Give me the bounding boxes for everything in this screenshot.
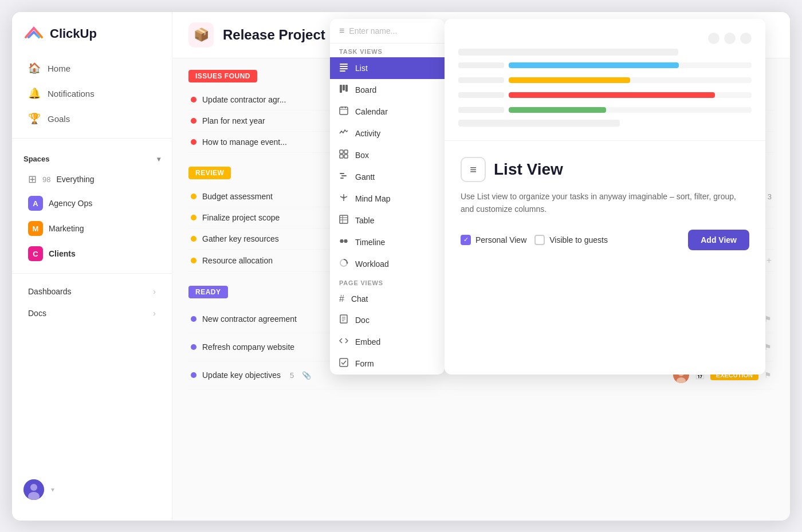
attach-icon: 📎 [302, 371, 311, 380]
preview-bar-row [458, 107, 752, 113]
box-icon [339, 149, 348, 161]
sidebar-item-marketing[interactable]: M Marketing [17, 216, 167, 241]
preview-bar-fill [509, 107, 606, 113]
preview-dots [458, 33, 752, 44]
bell-icon: 🔔 [28, 87, 41, 100]
preview-lines [458, 49, 752, 127]
timeline-icon [339, 237, 348, 248]
svg-rect-14 [340, 68, 348, 69]
task-label: Gather key resources [202, 234, 279, 243]
activity-label: Activity [355, 129, 380, 138]
embed-label: Embed [355, 337, 380, 346]
sidebar-item-agency-ops[interactable]: A Agency Ops [17, 191, 167, 215]
svg-rect-25 [340, 155, 343, 158]
view-timeline[interactable]: Timeline [330, 231, 445, 253]
review-badge: REVIEW [188, 167, 231, 179]
task-label: Update key objectives [202, 371, 281, 380]
mindmap-icon [339, 193, 348, 204]
page-views-label: PAGE VIEWS [330, 275, 445, 289]
sidebar-item-notifications-label: Notifications [48, 89, 95, 98]
svg-rect-29 [340, 178, 344, 179]
task-label: Update contractor agr... [202, 95, 286, 104]
view-form[interactable]: Form [330, 353, 445, 375]
project-title: Release Project [223, 27, 325, 43]
activity-icon [339, 128, 348, 139]
app-container: ClickUp 🏠 Home 🔔 Notifications 🏆 Goals S… [11, 11, 791, 521]
search-input[interactable] [349, 26, 445, 36]
chevron-right-icon: › [153, 287, 156, 296]
task-right: 3 [768, 192, 772, 201]
checkbox-checked-icon: ✓ [461, 235, 471, 245]
marketing-badge: M [28, 221, 43, 236]
preview-bar-fill [509, 62, 679, 68]
svg-line-33 [340, 196, 343, 198]
view-mindmap[interactable]: Mind Map [330, 188, 445, 210]
list-icon: ≡ [339, 26, 344, 36]
task-dot-purple [191, 372, 196, 378]
view-list[interactable]: List [330, 57, 445, 79]
preview-bar-row [458, 62, 752, 68]
svg-rect-27 [340, 173, 344, 174]
view-chat[interactable]: # Chat [330, 289, 445, 309]
clients-label: Clients [49, 249, 76, 258]
sidebar-item-home[interactable]: 🏠 Home [17, 56, 167, 80]
task-right: + [766, 255, 772, 266]
list-view-icon [339, 62, 348, 74]
preview-bar-label [458, 107, 504, 113]
view-activity[interactable]: Activity [330, 123, 445, 144]
sidebar-item-goals[interactable]: 🏆 Goals [17, 107, 167, 131]
preview-area [445, 19, 765, 141]
agency-ops-badge: A [28, 196, 43, 211]
calendar-icon [339, 106, 348, 117]
list-view-title-icon: ≡ [461, 157, 486, 182]
view-table[interactable]: Table [330, 210, 445, 231]
sidebar-item-clients[interactable]: C Clients [17, 242, 167, 266]
add-icon[interactable]: + [766, 255, 772, 266]
sidebar-item-dashboards[interactable]: Dashboards › [17, 281, 167, 302]
svg-rect-18 [345, 85, 348, 92]
visible-guests-toggle[interactable]: Visible to guests [534, 235, 608, 245]
svg-rect-12 [340, 64, 348, 65]
info-footer: ✓ Personal View Visible to guests Add Vi… [461, 230, 749, 250]
agency-ops-label: Agency Ops [49, 199, 92, 208]
view-calendar[interactable]: Calendar [330, 101, 445, 123]
view-box[interactable]: Box [330, 144, 445, 166]
view-doc[interactable]: Doc [330, 309, 445, 331]
view-gantt[interactable]: Gantt [330, 166, 445, 188]
table-label: Table [355, 216, 374, 225]
info-title-row: ≡ List View [461, 157, 749, 182]
preview-line [458, 120, 620, 127]
docs-label: Docs [28, 309, 46, 318]
sidebar-item-docs[interactable]: Docs › [17, 303, 167, 324]
home-icon: 🏠 [28, 62, 41, 74]
form-label: Form [355, 359, 374, 368]
task-dot-yellow [191, 194, 196, 199]
view-board[interactable]: Board [330, 79, 445, 101]
preview-line [458, 49, 678, 56]
timeline-label: Timeline [355, 238, 385, 247]
everything-count: 98 [42, 175, 50, 184]
svg-rect-15 [340, 70, 345, 72]
user-avatar[interactable] [23, 479, 44, 500]
view-workload[interactable]: Workload [330, 253, 445, 275]
svg-rect-19 [340, 107, 348, 115]
task-dot-red [191, 118, 196, 124]
add-view-button[interactable]: Add View [688, 230, 749, 250]
list-label: List [355, 64, 368, 73]
info-description: Use List view to organize your tasks in … [461, 190, 749, 216]
preview-bar-fill [509, 77, 630, 83]
sidebar-item-notifications[interactable]: 🔔 Notifications [17, 81, 167, 105]
personal-view-label: Personal View [475, 235, 526, 245]
sidebar-item-everything[interactable]: ⊞ 98 Everything [17, 168, 167, 190]
preview-bar-row [458, 92, 752, 98]
calendar-label: Calendar [355, 107, 388, 116]
svg-point-30 [343, 196, 345, 199]
svg-point-42 [347, 262, 348, 264]
sidebar-item-goals-label: Goals [48, 114, 70, 124]
svg-rect-23 [340, 150, 343, 153]
app-name: ClickUp [50, 26, 97, 41]
view-embed[interactable]: Embed [330, 331, 445, 353]
personal-view-toggle[interactable]: ✓ Personal View [461, 235, 526, 245]
everything-label: Everything [56, 175, 94, 184]
workload-label: Workload [355, 259, 389, 269]
